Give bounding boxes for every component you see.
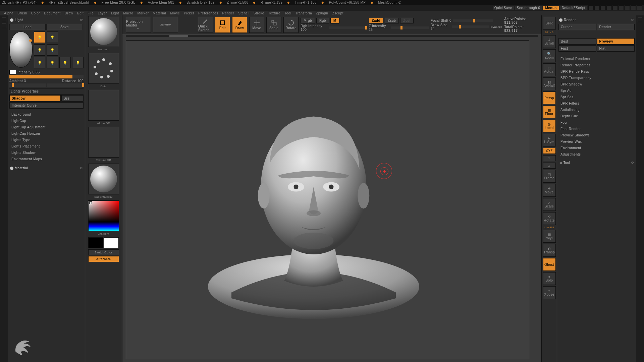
depth-cue-item[interactable]: Depth Cue (558, 113, 635, 119)
save-button[interactable]: Save (46, 24, 83, 30)
light-5-toggle[interactable]: 💡 (34, 57, 45, 68)
grad-white-swatch[interactable] (104, 237, 119, 248)
menu-marker[interactable]: Marker (137, 11, 149, 15)
bpr-button[interactable]: BPR (543, 17, 556, 29)
m-button[interactable]: M (330, 18, 339, 23)
draw-size-label[interactable]: Draw Size 64 (431, 23, 451, 31)
menu-movie[interactable]: Movie (170, 11, 180, 15)
quicksave-button[interactable]: QuickSave (493, 6, 514, 10)
config-icon[interactable] (588, 5, 594, 10)
render-properties-item[interactable]: Render Properties (558, 62, 635, 68)
bpr-filters-item[interactable]: BPR Filters (558, 100, 635, 107)
bpr-shadow-item[interactable]: BPR Shadow (558, 81, 635, 87)
ambient-label[interactable]: Ambient 3 (9, 79, 26, 83)
shadow-toggle[interactable]: Shadow (9, 95, 61, 102)
right-edge-dock[interactable] (636, 15, 644, 362)
frame-button[interactable]: ◰Frame (543, 170, 556, 183)
z-intensity-label[interactable]: Z Intensity 25 (369, 24, 390, 32)
menu-draw[interactable]: Draw (65, 11, 73, 15)
aahalf-button[interactable]: ◧AAHalf (543, 77, 556, 90)
left-edge-dock[interactable] (0, 15, 8, 362)
environment-item[interactable]: Environment (558, 145, 635, 151)
axis-z-button[interactable]: Z (543, 163, 556, 169)
fast-button[interactable]: Fast (558, 45, 596, 52)
light-direction-sphere[interactable] (9, 32, 33, 68)
seethrough-slider[interactable]: See-through 0 (515, 6, 542, 10)
material-slot[interactable] (88, 164, 119, 194)
ambient-slider[interactable] (9, 83, 46, 87)
light-panel-header[interactable]: Light ⟳ (9, 17, 84, 23)
lights-type-item[interactable]: Lights Type (9, 137, 84, 143)
bpr-renderpass-item[interactable]: BPR RenderPass (558, 68, 635, 75)
scroll-button[interactable]: ⇕Scroll (543, 35, 556, 48)
alternate-button[interactable]: Alternate (88, 256, 119, 262)
lightcap-adjustment-item[interactable]: LightCap Adjustment (9, 124, 84, 130)
color-picker[interactable] (88, 200, 119, 231)
menu-macro[interactable]: Macro (123, 11, 133, 15)
material-panel-header[interactable]: Material ⟳ (9, 165, 84, 171)
preview-button[interactable]: Preview (597, 38, 635, 45)
axis-y-button[interactable]: Y (543, 155, 556, 161)
config3-icon[interactable] (600, 5, 606, 10)
light-color-swatch[interactable] (9, 70, 16, 74)
rgb-button[interactable]: Rgb (316, 18, 329, 23)
lights-shadow-item[interactable]: Lights Shadow (9, 149, 84, 156)
menus-button[interactable]: Menus (543, 6, 558, 10)
render-button[interactable]: Render (597, 24, 635, 30)
spix-label[interactable]: SPix 3 (545, 31, 553, 34)
light-4-toggle[interactable]: 💡 (47, 44, 58, 56)
grad-black-swatch[interactable] (88, 237, 103, 248)
bpr-sss-item[interactable]: Bpr Sss (558, 94, 635, 100)
projection-master-button[interactable]: Projection Master▸ (126, 17, 151, 33)
config2-icon[interactable] (594, 5, 600, 10)
menu-material[interactable]: Material (153, 11, 166, 15)
persp-button[interactable]: Persp (543, 92, 556, 104)
zcut-button[interactable]: Zcut (400, 18, 413, 23)
light-8-toggle[interactable]: 💡 (72, 57, 84, 68)
menu-light[interactable]: Light (111, 11, 119, 15)
environment-maps-item[interactable]: Environment Maps (9, 156, 84, 162)
scale-button[interactable]: Scale (266, 17, 281, 33)
edit-button[interactable]: Edit (215, 17, 230, 33)
refresh-icon[interactable]: ⟳ (80, 18, 83, 22)
viewport[interactable] (126, 40, 529, 359)
light-6-toggle[interactable]: 💡 (47, 57, 58, 68)
config5-icon[interactable] (612, 5, 618, 10)
config4-icon[interactable] (606, 5, 612, 10)
rgb-intensity-label[interactable]: Rgb Intensity 100 (301, 24, 328, 32)
zadd-button[interactable]: Zadd (369, 18, 383, 23)
adjustments-item[interactable]: Adjustments (558, 151, 635, 158)
ghost-button[interactable]: Ghost (543, 258, 556, 271)
layout-button[interactable]: DefaultZScript (560, 6, 587, 10)
draw-button[interactable]: Draw (232, 17, 247, 33)
render-panel-header[interactable]: Render ⟳ (558, 17, 635, 23)
sss-toggle[interactable]: Sss (61, 95, 84, 102)
dynamic-label[interactable]: Dynamic (491, 25, 502, 28)
solo-button[interactable]: ●Solo (543, 272, 556, 285)
close-icon[interactable] (637, 5, 642, 10)
config6-icon[interactable] (619, 5, 624, 10)
refresh-icon[interactable]: ⟳ (80, 166, 83, 170)
quicksketch-button[interactable]: Quick Sketch (198, 17, 213, 33)
z-intensity-slider[interactable] (391, 26, 429, 29)
tool-panel-header[interactable]: ◀ Tool ⟳ (558, 160, 635, 166)
menu-brush[interactable]: Brush (17, 11, 27, 15)
menu-edit[interactable]: Edit (77, 11, 84, 15)
xyz-button[interactable]: XYZ (543, 148, 556, 154)
distance-slider[interactable] (47, 83, 84, 87)
preview-wax-item[interactable]: Preview Wax (558, 138, 635, 145)
lights-properties-header[interactable]: Lights Properties (9, 88, 84, 95)
intensity-curve-button[interactable]: Intensity Curve (9, 102, 84, 109)
menu-preferences[interactable]: Preferences (198, 11, 218, 15)
gradient-label[interactable]: Gradient (98, 232, 109, 237)
intensity-slider[interactable] (9, 75, 84, 78)
menu-color[interactable]: Color (31, 11, 40, 15)
antialiasing-item[interactable]: Antialiasing (558, 107, 635, 113)
actual-button[interactable]: ◻Actual (543, 63, 556, 76)
polyf-button[interactable]: ▦PolyF (543, 230, 556, 243)
rotate-button[interactable]: Rotate (283, 17, 299, 33)
dock-scale-button[interactable]: ⤢Scale (543, 198, 556, 211)
rgb-intensity-slider[interactable] (329, 26, 367, 29)
cursor-button[interactable]: Cursor (558, 24, 596, 30)
menu-zplugin[interactable]: Zplugin (316, 11, 328, 15)
